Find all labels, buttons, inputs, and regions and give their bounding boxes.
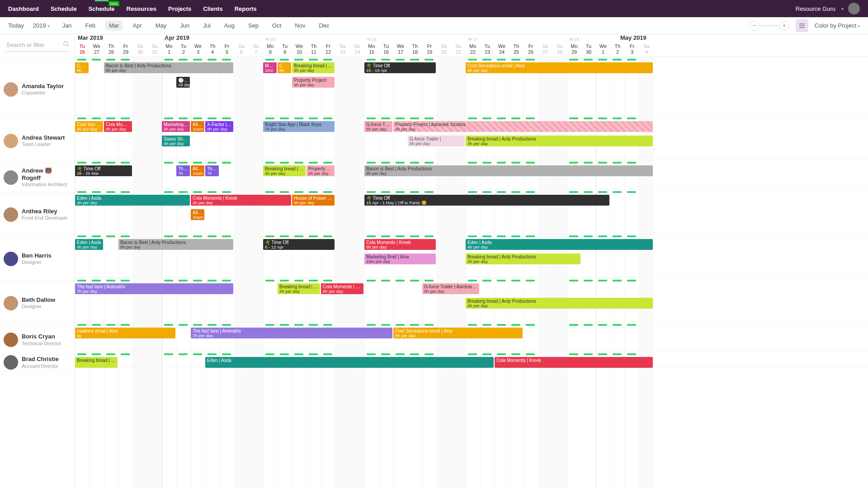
- day-column[interactable]: We27: [90, 43, 104, 55]
- booking[interactable]: All The10am -: [191, 121, 204, 132]
- booking[interactable]: All The10am -: [191, 165, 204, 176]
- timeline-row[interactable]: 🌴 Time Off25 - 29 MarThe fas7hAll The10a…: [75, 160, 868, 189]
- timeline-row[interactable]: Eden | Asda4h per dayCola Moments | Kree…: [75, 189, 868, 234]
- booking[interactable]: Cool Se8h: [278, 62, 291, 73]
- booking[interactable]: Breaking bread | Ardy Productions4h per …: [466, 253, 580, 264]
- resource-item[interactable]: Brad ChristieAccount Director: [0, 355, 75, 371]
- booking[interactable]: Breaking bread | Ardy Pr4h per day: [278, 283, 320, 294]
- timeline-row[interactable]: The fast lane | Animatrix7h per dayBreak…: [75, 278, 868, 322]
- resource-item[interactable]: Andrew 🐻 RogoffInformation Architect: [0, 163, 75, 192]
- booking[interactable]: Property Project | Aardvark Studios4h pe…: [393, 121, 653, 132]
- resource-item[interactable]: Boris CryanTechnical Director: [0, 325, 75, 355]
- month-jul[interactable]: Jul: [199, 20, 214, 31]
- nav-item-reports[interactable]: Reports: [235, 5, 257, 12]
- month-nov[interactable]: Nov: [291, 20, 309, 31]
- booking[interactable]: nsations email | Aloeay: [75, 328, 175, 338]
- resource-item[interactable]: Anthea RileyFront End Developer: [0, 192, 75, 237]
- month-apr[interactable]: Apr: [129, 20, 145, 31]
- month-sep[interactable]: Sep: [245, 20, 262, 31]
- booking[interactable]: Property Project4h per day: [307, 165, 335, 176]
- month-may[interactable]: May: [152, 20, 170, 31]
- booking[interactable]: Eden | Asda4h per day: [75, 195, 190, 206]
- year-selector[interactable]: 2019▾: [33, 22, 50, 29]
- day-column[interactable]: Tu9: [278, 43, 292, 55]
- list-view-icon[interactable]: [796, 19, 808, 32]
- nav-item-dashboard[interactable]: Dashboard: [8, 5, 39, 12]
- month-aug[interactable]: Aug: [221, 20, 238, 31]
- booking[interactable]: 🕐 TimeAll day: [176, 77, 190, 88]
- booking[interactable]: G-force Trailer |5h per day: [364, 121, 392, 132]
- user-avatar[interactable]: [848, 3, 860, 14]
- booking[interactable]: 🌴 Time Off25 - 29 Mar: [75, 165, 132, 176]
- day-column[interactable]: Sa27: [538, 43, 552, 55]
- booking[interactable]: House of Fraser (Croydon4h per day: [292, 195, 335, 206]
- nav-item-projects[interactable]: Projects: [168, 5, 191, 12]
- booking[interactable]: Eden | Asda4h per day: [466, 239, 653, 250]
- day-column[interactable]: Su28: [552, 43, 567, 55]
- booking[interactable]: 🌴 Time Off15 - 19 Apr: [364, 62, 436, 73]
- booking[interactable]: Marketi15m: [263, 62, 277, 73]
- day-column[interactable]: Su21: [451, 43, 466, 55]
- day-column[interactable]: Tu23: [480, 43, 495, 55]
- resource-item[interactable]: Amanda TaylorCopywriter: [0, 60, 75, 119]
- day-column[interactable]: We3: [191, 43, 205, 55]
- booking[interactable]: Property Project4h per day: [292, 77, 335, 88]
- booking[interactable]: Bacon is Best | Ardy Productions8h per d…: [104, 62, 233, 73]
- day-column[interactable]: Th25: [509, 43, 524, 55]
- zoom-in-button[interactable]: +: [779, 21, 789, 31]
- booking[interactable]: Cola Moments | Kreek6h per day: [321, 283, 363, 294]
- booking[interactable]: 🌴 Time Off15 Apr - 1 May | Off to Paris!…: [364, 195, 609, 206]
- brand-label[interactable]: Resource Guru: [796, 5, 835, 12]
- day-column[interactable]: We24: [495, 43, 509, 55]
- day-column[interactable]: Sa20: [437, 43, 451, 55]
- day-column[interactable]: Su7: [249, 43, 263, 55]
- booking[interactable]: X-Factor | Asda8h per day: [205, 121, 233, 132]
- month-feb[interactable]: Feb: [82, 20, 99, 31]
- booking[interactable]: The fast lane | Animatrix7h per day: [75, 283, 233, 294]
- day-column[interactable]: Su14: [350, 43, 364, 55]
- day-column[interactable]: Tu26: [75, 43, 90, 55]
- month-jun[interactable]: Jun: [176, 20, 193, 31]
- booking[interactable]: Bacon is Best | Ardy Productions8h per d…: [364, 165, 653, 176]
- day-column[interactable]: Mo1: [162, 43, 176, 55]
- booking[interactable]: Marketing Brief4h per day: [162, 121, 190, 132]
- booking[interactable]: Breaking bread | Ardy P: [75, 357, 118, 368]
- today-button[interactable]: Today: [8, 22, 24, 29]
- timeline-row[interactable]: Cool Se8hBacon is Best | Ardy Production…: [75, 57, 868, 116]
- booking[interactable]: The fast lane | Animatrix7h per day: [191, 328, 392, 338]
- day-column[interactable]: Th11: [307, 43, 321, 55]
- day-column[interactable]: Tu2: [176, 43, 191, 55]
- booking[interactable]: G-force Trailer | Aardvark Studios5h per…: [422, 283, 479, 294]
- day-column[interactable]: Mo22: [466, 43, 480, 55]
- nav-item-schedule[interactable]: Schedule: [89, 5, 115, 12]
- day-column[interactable]: Tu16: [379, 43, 393, 55]
- month-jan[interactable]: Jan: [59, 20, 75, 31]
- booking[interactable]: Cool Sensations email | Aloe8h per day: [466, 62, 653, 73]
- day-column[interactable]: We1: [596, 43, 610, 55]
- day-column[interactable]: Fr12: [321, 43, 335, 55]
- day-column[interactable]: Su31: [147, 43, 162, 55]
- month-mar[interactable]: Mar: [105, 20, 123, 31]
- resource-item[interactable]: Ben HarrisDesigner: [0, 237, 75, 281]
- booking[interactable]: The fas7h: [176, 165, 190, 176]
- day-column[interactable]: Th28: [104, 43, 118, 55]
- booking[interactable]: Marketing Brief | Aloe15m per day: [364, 253, 436, 264]
- search-input[interactable]: [5, 39, 69, 52]
- day-column[interactable]: Mo8: [263, 43, 278, 55]
- day-column[interactable]: Sa30: [133, 43, 147, 55]
- day-column[interactable]: We17: [393, 43, 408, 55]
- booking[interactable]: 🌴 Time Off8 - 12 Apr: [263, 239, 335, 250]
- resource-item[interactable]: Andrea StewartTeam Leader: [0, 119, 75, 163]
- day-column[interactable]: Fr19: [422, 43, 437, 55]
- booking[interactable]: Bright Star App | Black Keys7h per day: [263, 121, 335, 132]
- day-column[interactable]: Sa4: [639, 43, 654, 55]
- day-column[interactable]: Fr29: [118, 43, 133, 55]
- day-column[interactable]: Tu30: [581, 43, 596, 55]
- day-column[interactable]: Fr3: [625, 43, 639, 55]
- booking[interactable]: Eden | Asda4h per day: [75, 239, 103, 250]
- nav-item-clients[interactable]: Clients: [203, 5, 222, 12]
- booking[interactable]: Cool Se8h: [75, 62, 89, 73]
- zoom-track[interactable]: [760, 25, 778, 27]
- booking[interactable]: Cola Moments |8h per day: [104, 121, 132, 132]
- booking[interactable]: Breaking bread | Ardy P4h per day: [292, 62, 335, 73]
